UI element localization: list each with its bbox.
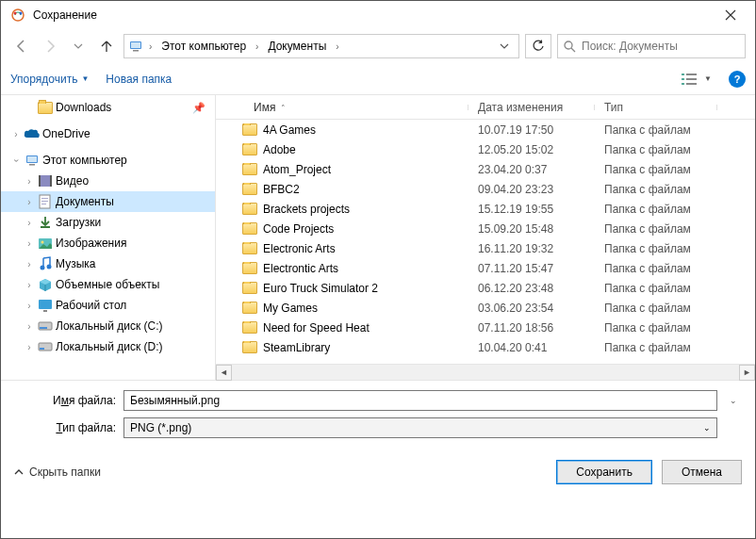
chevron-icon[interactable]: › bbox=[334, 41, 340, 52]
col-type[interactable]: Тип bbox=[595, 101, 717, 114]
filetype-label: Тип файла: bbox=[14, 421, 116, 434]
close-button[interactable] bbox=[709, 1, 751, 29]
titlebar: Сохранение bbox=[1, 1, 755, 29]
svg-rect-5 bbox=[133, 50, 139, 52]
recent-dropdown[interactable] bbox=[67, 35, 90, 57]
tree-pictures[interactable]: ›Изображения bbox=[1, 233, 215, 253]
file-type: Папка с файлам bbox=[595, 163, 717, 176]
svg-rect-9 bbox=[682, 78, 684, 80]
navbar: › Этот компьютер › Документы › Поиск: До… bbox=[1, 29, 755, 63]
file-name: My Games bbox=[263, 302, 318, 315]
filetype-select[interactable]: PNG (*.png)⌄ bbox=[123, 417, 717, 438]
file-date: 23.04.20 0:37 bbox=[468, 163, 595, 176]
refresh-button[interactable] bbox=[525, 34, 551, 58]
toolbar: Упорядочить ▼ Новая папка ▼ ? bbox=[1, 63, 755, 95]
file-name: SteamLibrary bbox=[263, 341, 330, 354]
crumb-thispc[interactable]: Этот компьютер bbox=[157, 38, 250, 55]
tree-disk-d[interactable]: ›Локальный диск (D:) bbox=[1, 336, 215, 357]
footer: Скрыть папки Сохранить Отмена bbox=[1, 450, 755, 496]
tree-desktop[interactable]: ›Рабочий стол bbox=[1, 295, 215, 316]
file-row[interactable]: Need for Speed Heat07.11.20 18:56Папка с… bbox=[216, 318, 755, 337]
cancel-button[interactable]: Отмена bbox=[662, 460, 742, 484]
tree-onedrive[interactable]: ›OneDrive bbox=[1, 123, 215, 144]
forward-button[interactable] bbox=[39, 35, 61, 57]
file-row[interactable]: BFBC209.04.20 23:23Папка с файлам bbox=[216, 179, 755, 199]
file-row[interactable]: 4A Games10.07.19 17:50Папка с файлам bbox=[216, 120, 755, 139]
file-row[interactable]: SteamLibrary10.04.20 0:41Папка с файлам bbox=[216, 337, 755, 357]
file-date: 03.06.20 23:54 bbox=[468, 302, 595, 315]
file-row[interactable]: Euro Truck Simulator 206.12.20 23:48Папк… bbox=[216, 278, 755, 298]
tree-3dobjects[interactable]: ›Объемные объекты bbox=[1, 274, 215, 295]
svg-rect-28 bbox=[39, 300, 52, 309]
svg-rect-17 bbox=[39, 175, 41, 187]
hide-folders-toggle[interactable]: Скрыть папки bbox=[14, 466, 101, 479]
col-date[interactable]: Дата изменения bbox=[468, 101, 595, 114]
file-row[interactable]: Adobe12.05.20 15:02Папка с файлам bbox=[216, 139, 755, 159]
tree-thispc[interactable]: ›Этот компьютер bbox=[1, 150, 215, 171]
file-date: 12.05.20 15:02 bbox=[468, 143, 595, 156]
svg-rect-7 bbox=[682, 74, 684, 75]
address-dropdown[interactable] bbox=[494, 41, 515, 51]
file-type: Папка с файлам bbox=[595, 302, 717, 315]
folder-icon bbox=[242, 321, 257, 334]
address-bar[interactable]: › Этот компьютер › Документы › bbox=[123, 34, 519, 58]
file-name: BFBC2 bbox=[263, 183, 300, 196]
tree-downloads[interactable]: Downloads📌 bbox=[1, 97, 215, 118]
svg-rect-33 bbox=[40, 348, 44, 350]
save-button[interactable]: Сохранить bbox=[556, 460, 652, 484]
tree-downloads2[interactable]: ›Загрузки bbox=[1, 212, 215, 233]
search-input[interactable]: Поиск: Документы bbox=[557, 34, 746, 58]
svg-rect-29 bbox=[43, 310, 47, 312]
svg-rect-31 bbox=[40, 327, 47, 329]
svg-point-2 bbox=[20, 12, 23, 15]
filename-dropdown[interactable]: ⌄ bbox=[725, 396, 742, 405]
svg-rect-18 bbox=[50, 175, 52, 187]
scroll-right-button[interactable]: ► bbox=[739, 365, 755, 381]
svg-rect-4 bbox=[131, 42, 140, 48]
tree-disk-c[interactable]: ›Локальный диск (C:) bbox=[1, 316, 215, 336]
chevron-icon[interactable]: › bbox=[147, 41, 154, 52]
up-button[interactable] bbox=[95, 35, 118, 57]
organize-menu[interactable]: Упорядочить ▼ bbox=[10, 73, 89, 86]
file-type: Папка с файлам bbox=[595, 321, 717, 335]
chevron-icon[interactable]: › bbox=[254, 41, 260, 52]
svg-point-6 bbox=[565, 41, 572, 49]
h-scrollbar[interactable]: ◄ ► bbox=[216, 364, 755, 380]
file-type: Папка с файлам bbox=[595, 123, 717, 137]
folder-icon bbox=[242, 341, 257, 353]
file-date: 06.12.20 23:48 bbox=[468, 282, 595, 295]
tree-documents[interactable]: ›Документы bbox=[1, 191, 215, 212]
file-name: Code Projects bbox=[263, 222, 334, 236]
scroll-left-button[interactable]: ◄ bbox=[216, 365, 232, 381]
new-folder-button[interactable]: Новая папка bbox=[106, 73, 172, 86]
view-menu[interactable]: ▼ bbox=[682, 72, 712, 87]
file-name: Electronic Arts bbox=[263, 242, 336, 255]
pin-icon: 📌 bbox=[192, 102, 205, 114]
file-row[interactable]: Code Projects15.09.20 15:48Папка с файла… bbox=[216, 219, 755, 238]
sort-asc-icon: ˄ bbox=[281, 104, 286, 113]
back-button[interactable] bbox=[10, 35, 33, 57]
svg-rect-8 bbox=[686, 74, 697, 75]
svg-point-25 bbox=[41, 240, 44, 243]
file-row[interactable]: My Games03.06.20 23:54Папка с файлам bbox=[216, 298, 755, 318]
filename-label: Имя файла: bbox=[14, 394, 116, 407]
search-placeholder: Поиск: Документы bbox=[582, 40, 678, 53]
file-type: Папка с файлам bbox=[595, 203, 717, 216]
file-row[interactable]: Electrontic Arts07.11.20 15:47Папка с фа… bbox=[216, 258, 755, 278]
window-title: Сохранение bbox=[33, 8, 709, 22]
file-date: 15.09.20 15:48 bbox=[468, 222, 595, 236]
file-type: Папка с файлам bbox=[595, 341, 717, 354]
file-date: 09.04.20 23:23 bbox=[468, 183, 595, 196]
tree-video[interactable]: ›Видео bbox=[1, 171, 215, 191]
file-row[interactable]: Atom_Project23.04.20 0:37Папка с файлам bbox=[216, 159, 755, 179]
svg-rect-20 bbox=[41, 198, 48, 199]
folder-icon bbox=[242, 282, 257, 294]
filename-input[interactable]: Безымянный.png bbox=[123, 390, 717, 411]
crumb-documents[interactable]: Документы bbox=[264, 38, 330, 55]
help-button[interactable]: ? bbox=[729, 71, 746, 88]
svg-rect-21 bbox=[41, 201, 48, 202]
tree-music[interactable]: ›Музыка bbox=[1, 253, 215, 274]
file-row[interactable]: Electronic Arts16.11.20 19:32Папка с фай… bbox=[216, 238, 755, 258]
col-name[interactable]: Имя˄ bbox=[216, 101, 468, 114]
file-row[interactable]: Brackets projects15.12.19 19:55Папка с ф… bbox=[216, 199, 755, 219]
